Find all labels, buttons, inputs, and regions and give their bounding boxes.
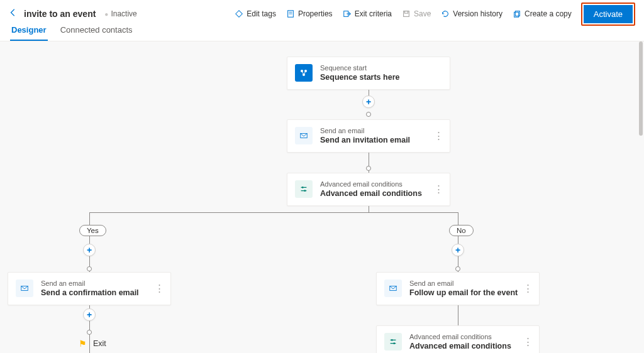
version-history-label: Version history [453,9,502,18]
properties-label: Properties [298,9,333,18]
svg-point-23 [393,343,395,345]
condition-icon [384,333,402,350]
scrollbar[interactable] [639,41,643,136]
back-icon[interactable] [9,8,18,19]
add-step-button[interactable]: + [83,244,96,256]
add-step-button[interactable]: + [362,95,375,108]
node-title: Follow up email for the event [409,288,518,298]
email-icon [16,280,33,297]
node-menu-icon[interactable]: ⋮ [523,286,533,290]
node-menu-icon[interactable]: ⋮ [523,340,533,344]
port [87,330,92,335]
tab-connected-contacts[interactable]: Connected contacts [60,25,133,41]
activate-highlight: Activate [581,3,635,26]
node-menu-icon[interactable]: ⋮ [155,286,164,290]
node-advanced-conditions-2[interactable]: Advanced email conditions Advanced email… [376,325,540,353]
branch-yes-pill: Yes [79,225,106,236]
node-advanced-conditions[interactable]: Advanced email conditions Advanced email… [287,173,450,206]
svg-point-17 [304,190,306,192]
connector [89,212,458,213]
node-title: Advanced email conditions [409,341,511,351]
save-button: Save [397,7,435,21]
flag-icon: ⚑ [79,339,87,349]
node-subtitle: Send an email [320,126,410,135]
svg-rect-6 [514,12,519,17]
edit-tags-button[interactable]: Edit tags [230,7,280,21]
port [366,166,371,171]
activate-button[interactable]: Activate [584,5,633,23]
connector [458,212,458,272]
exit-label: Exit [93,339,106,348]
add-step-button[interactable]: + [83,308,96,321]
node-menu-icon[interactable]: ⋮ [434,187,443,191]
tab-designer[interactable]: Designer [11,25,47,41]
node-menu-icon[interactable]: ⋮ [434,134,443,138]
node-sequence-start[interactable]: Sequence start Sequence starts here [287,57,450,90]
node-subtitle: Advanced email conditions [320,180,422,188]
save-label: Save [414,9,431,18]
node-follow-up[interactable]: Send an email Follow up email for the ev… [376,272,540,305]
node-exit[interactable]: ⚑ Exit [79,339,106,349]
edit-tags-label: Edit tags [247,9,276,18]
sequence-start-icon [295,64,313,82]
node-subtitle: Send an email [409,279,518,288]
condition-icon [295,180,313,198]
port [87,266,92,271]
designer-canvas[interactable]: + Yes No + + + Sequence start Sequence s… [0,41,644,353]
node-title: Advanced email conditions [320,188,422,198]
node-title: Send a confirmation email [41,288,139,298]
header-bar: invite to an event ● Inactive Edit tags … [0,0,644,23]
svg-rect-7 [515,11,519,16]
branch-no-pill: No [449,225,474,236]
node-subtitle: Advanced email conditions [409,332,511,341]
command-bar: Edit tags Properties Exit criteria Save … [230,3,635,26]
email-icon [295,127,313,144]
connector [89,212,90,272]
exit-criteria-button[interactable]: Exit criteria [338,7,396,21]
connector [369,150,369,175]
create-copy-label: Create a copy [525,9,572,18]
svg-point-16 [302,187,304,188]
svg-rect-5 [404,11,408,14]
node-title: Sequence starts here [320,72,399,82]
create-copy-button[interactable]: Create a copy [508,7,576,21]
port [455,266,460,271]
email-icon [384,280,402,297]
page-title: invite to an event [24,9,96,19]
add-step-button[interactable]: + [452,244,464,256]
status-text: Inactive [111,9,136,18]
node-send-invitation[interactable]: Send an email Send an invitation email ⋮ [287,119,450,153]
version-history-button[interactable]: Version history [436,7,507,21]
properties-button[interactable]: Properties [282,7,337,21]
status-dot-icon: ● [104,11,108,18]
node-send-confirmation[interactable]: Send an email Send a confirmation email … [8,272,171,305]
exit-criteria-label: Exit criteria [355,9,392,18]
port [366,112,371,117]
tab-bar: Designer Connected contacts [0,23,644,41]
node-title: Send an invitation email [320,135,410,145]
node-subtitle: Send an email [41,279,139,288]
node-subtitle: Sequence start [320,63,399,72]
svg-point-22 [391,339,393,341]
